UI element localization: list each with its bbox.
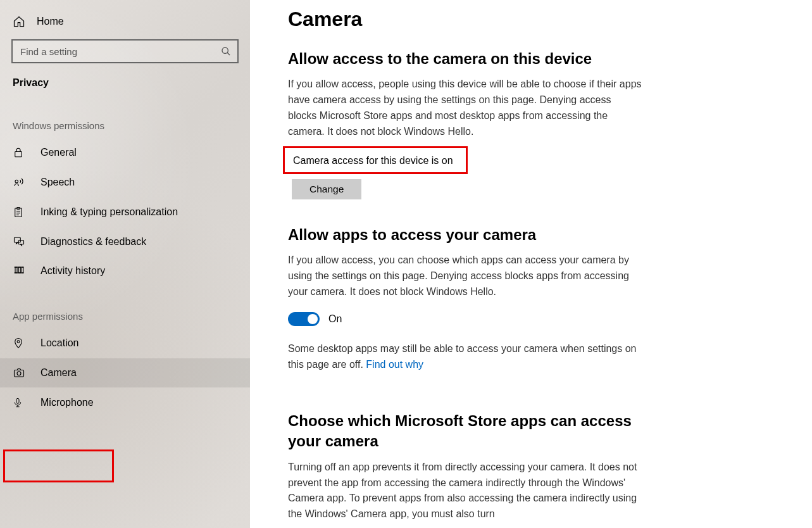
device-access-status: Camera access for this device is on	[288, 153, 458, 169]
sidebar-item-label: Speech	[41, 177, 75, 188]
section-desc: If you allow access, you can choose whic…	[288, 253, 642, 299]
clipboard-icon	[13, 206, 27, 218]
svg-point-3	[15, 180, 18, 183]
section-heading-app-access: Allow apps to access your camera	[288, 225, 787, 245]
sidebar-item-label: Microphone	[41, 397, 94, 408]
svg-rect-9	[15, 237, 21, 242]
sidebar-item-location[interactable]: Location	[0, 328, 250, 358]
app-access-toggle[interactable]	[288, 312, 320, 326]
sidebar-item-inking[interactable]: Inking & typing personalization	[0, 197, 250, 227]
feedback-icon	[13, 236, 27, 248]
svg-point-0	[222, 47, 228, 53]
section-heading-store-apps: Choose which Microsoft Store apps can ac…	[288, 411, 642, 452]
camera-icon	[13, 367, 27, 379]
search-field[interactable]	[20, 46, 221, 57]
find-out-why-link[interactable]: Find out why	[366, 359, 423, 370]
toggle-knob	[308, 314, 318, 324]
svg-rect-13	[15, 267, 17, 273]
svg-rect-2	[15, 152, 22, 157]
svg-rect-17	[15, 370, 24, 377]
svg-rect-15	[22, 267, 23, 273]
svg-point-18	[17, 372, 21, 375]
sidebar-item-label: Activity history	[41, 265, 105, 277]
toggle-state-label: On	[328, 313, 342, 325]
annotation-highlight-camera	[3, 449, 114, 482]
sidebar-item-diagnostics[interactable]: Diagnostics & feedback	[0, 227, 250, 256]
svg-line-1	[227, 53, 230, 55]
sidebar-item-label: Diagnostics & feedback	[41, 236, 146, 248]
sidebar-item-label: Location	[41, 337, 79, 349]
section-heading-device-access: Allow access to the camera on this devic…	[288, 49, 787, 69]
desktop-apps-note: Some desktop apps may still be able to a…	[288, 341, 642, 373]
microphone-icon	[13, 396, 27, 409]
section-desc: Turning off an app prevents it from dire…	[288, 460, 642, 522]
search-input[interactable]	[11, 39, 239, 63]
section-desc: If you allow access, people using this d…	[288, 77, 642, 139]
sidebar-item-speech[interactable]: Speech	[0, 168, 250, 197]
sidebar-item-general[interactable]: General	[0, 137, 250, 168]
sidebar-item-camera[interactable]: Camera	[0, 358, 250, 387]
sidebar-item-label: Inking & typing personalization	[41, 206, 178, 218]
section-header-windows: Windows permissions	[0, 108, 250, 137]
sidebar-item-label: General	[41, 147, 77, 158]
svg-point-16	[17, 341, 20, 343]
svg-rect-14	[18, 267, 20, 273]
home-icon	[13, 15, 25, 28]
nav-home[interactable]: Home	[0, 11, 250, 39]
nav-home-label: Home	[37, 16, 64, 27]
section-header-apps: App permissions	[0, 286, 250, 328]
activity-icon	[13, 265, 27, 277]
sidebar-item-label: Camera	[41, 367, 77, 379]
svg-rect-19	[16, 398, 19, 403]
search-icon	[221, 46, 231, 56]
sidebar-item-activity[interactable]: Activity history	[0, 256, 250, 286]
sidebar-item-microphone[interactable]: Microphone	[0, 387, 250, 418]
category-label: Privacy	[0, 77, 250, 108]
location-icon	[13, 337, 27, 349]
main-content: Camera Allow access to the camera on thi…	[250, 0, 812, 528]
speech-icon	[13, 177, 27, 188]
lock-icon	[13, 146, 27, 159]
sidebar: Home Privacy Windows permissions General	[0, 0, 250, 528]
page-title: Camera	[288, 8, 787, 31]
change-button[interactable]: Change	[292, 179, 361, 199]
